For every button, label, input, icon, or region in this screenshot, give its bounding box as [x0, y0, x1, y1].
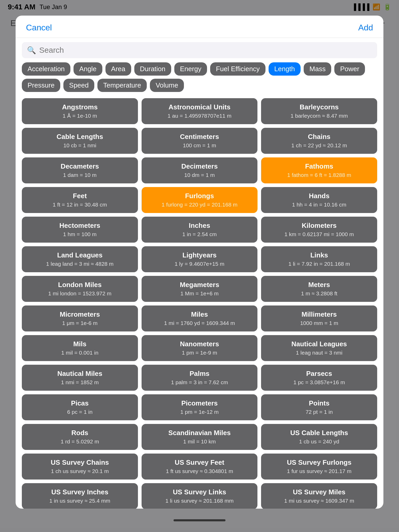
modal-header: Cancel Add: [16, 16, 383, 38]
unit-card-nanometers[interactable]: Nanometers1 pm = 1e-9 m: [142, 335, 258, 361]
filter-chip-area[interactable]: Area: [105, 62, 131, 76]
unit-desc: 1 ly = 9.4607e+15 m: [175, 260, 224, 267]
unit-card-points[interactable]: Points72 pt = 1 in: [261, 394, 377, 420]
search-bar: 🔍: [22, 42, 377, 58]
unit-card-furlongs[interactable]: Furlongs1 furlong = 220 yd = 201.168 m: [142, 187, 258, 213]
unit-card-feet[interactable]: Feet1 ft = 12 in = 30.48 cm: [22, 187, 138, 213]
unit-desc: 1 cb us = 240 yd: [299, 438, 339, 445]
filter-chip-energy[interactable]: Energy: [174, 62, 207, 76]
unit-desc: 1 palm = 3 in = 7.62 cm: [171, 379, 228, 386]
filter-chip-volume[interactable]: Volume: [150, 79, 184, 92]
unit-card-megameters[interactable]: Megameters1 Mm = 1e+6 m: [142, 276, 258, 302]
unit-card-us-survey-furlongs[interactable]: US Survey Furlongs1 fur us survey ≈ 201.…: [261, 454, 377, 480]
unit-card-hands[interactable]: Hands1 hh = 4 in = 10.16 cm: [261, 187, 377, 213]
unit-card-picas[interactable]: Picas6 pc = 1 in: [22, 394, 138, 420]
unit-card-us-cable-lengths[interactable]: US Cable Lengths1 cb us = 240 yd: [261, 424, 377, 450]
filter-chip-duration[interactable]: Duration: [134, 62, 171, 76]
unit-desc: 1 li us survey ≈ 201.168 mm: [165, 497, 234, 504]
cancel-button[interactable]: Cancel: [26, 23, 52, 32]
filter-chip-temperature[interactable]: Temperature: [97, 79, 147, 92]
unit-name: Furlongs: [185, 192, 214, 200]
unit-card-picometers[interactable]: Picometers1 pm = 1e-12 m: [142, 394, 258, 420]
filter-row: AccelerationAngleAreaDurationEnergyFuel …: [22, 62, 377, 92]
search-container: 🔍: [16, 38, 383, 62]
unit-card-decimeters[interactable]: Decimeters10 dm = 1 m: [142, 157, 258, 183]
filter-chip-fuel-efficiency[interactable]: Fuel Efficiency: [210, 62, 265, 76]
unit-card-rods[interactable]: Rods1 rd = 5.0292 m: [22, 424, 138, 450]
unit-name: Miles: [191, 310, 208, 318]
unit-card-mils[interactable]: Mils1 mil = 0.001 in: [22, 335, 138, 361]
unit-desc: 1 Mm = 1e+6 m: [180, 290, 218, 297]
unit-desc: 1 pc = 3.0857e+16 m: [293, 379, 345, 386]
unit-desc: 1 μm = 1e-6 m: [62, 320, 97, 327]
unit-card-palms[interactable]: Palms1 palm = 3 in = 7.62 cm: [142, 365, 258, 391]
unit-card-inches[interactable]: Inches1 in = 2.54 cm: [142, 217, 258, 243]
unit-name: Millimeters: [302, 310, 337, 318]
unit-name: Land Leagues: [57, 251, 103, 259]
units-grid[interactable]: Angstroms1 Å = 1e-10 mAstronomical Units…: [16, 96, 383, 509]
unit-card-us-survey-inches[interactable]: US Survey Inches1 in us survey ≈ 25.4 mm: [22, 483, 138, 509]
filter-chip-length[interactable]: Length: [269, 62, 301, 76]
unit-card-fathoms[interactable]: Fathoms1 fathom = 6 ft = 1.8288 m: [261, 157, 377, 183]
unit-card-chains[interactable]: Chains1 ch = 22 yd ≈ 20.12 m: [261, 128, 377, 154]
unit-card-astronomical-units[interactable]: Astronomical Units1 au = 1.495978707e11 …: [142, 98, 258, 124]
unit-name: Lightyears: [182, 251, 217, 259]
unit-name: Hectometers: [59, 222, 101, 230]
unit-card-nautical-leagues[interactable]: Nautical Leagues1 leag naut = 3 nmi: [261, 335, 377, 361]
unit-card-millimeters[interactable]: Millimeters1000 mm = 1 m: [261, 305, 377, 331]
unit-card-kilometers[interactable]: Kilometers1 km = 0.62137 mi = 1000 m: [261, 217, 377, 243]
category-filters: AccelerationAngleAreaDurationEnergyFuel …: [16, 62, 383, 96]
unit-name: US Survey Inches: [51, 488, 109, 496]
unit-card-us-survey-miles[interactable]: US Survey Miles1 mi us survey ≈ 1609.347…: [261, 483, 377, 509]
unit-desc: 1 mil = 10 km: [183, 438, 216, 445]
filter-chip-pressure[interactable]: Pressure: [22, 79, 60, 92]
unit-name: Megameters: [180, 281, 219, 289]
unit-card-us-survey-chains[interactable]: US Survey Chains1 ch us survey ≈ 20.1 m: [22, 454, 138, 480]
unit-name: Rods: [71, 429, 88, 437]
unit-card-miles[interactable]: Miles1 mi = 1760 yd = 1609.344 m: [142, 305, 258, 331]
unit-card-lightyears[interactable]: Lightyears1 ly = 9.4607e+15 m: [142, 246, 258, 272]
unit-card-meters[interactable]: Meters1 m ≈ 3.2808 ft: [261, 276, 377, 302]
unit-card-links[interactable]: Links1 li = 7.92 in = 201.168 m: [261, 246, 377, 272]
unit-desc: 1 pm = 1e-9 m: [182, 349, 217, 356]
filter-chip-mass[interactable]: Mass: [304, 62, 331, 76]
unit-desc: 1 fur us survey ≈ 201.17 m: [287, 468, 351, 475]
unit-desc: 1 li = 7.92 in = 201.168 m: [288, 260, 350, 267]
unit-card-hectometers[interactable]: Hectometers1 hm = 100 m: [22, 217, 138, 243]
search-input[interactable]: [39, 46, 372, 55]
unit-name: Decameters: [61, 162, 99, 170]
unit-name: US Survey Feet: [175, 458, 224, 467]
unit-name: US Survey Links: [173, 488, 226, 496]
unit-desc: 1 leag land = 3 mi ≈ 4828 m: [46, 260, 114, 267]
unit-name: Nautical Miles: [57, 370, 102, 378]
add-button[interactable]: Add: [358, 23, 373, 32]
unit-card-us-survey-links[interactable]: US Survey Links1 li us survey ≈ 201.168 …: [142, 483, 258, 509]
unit-card-parsecs[interactable]: Parsecs1 pc = 3.0857e+16 m: [261, 365, 377, 391]
unit-desc: 1 in = 2.54 cm: [182, 231, 217, 238]
unit-card-decameters[interactable]: Decameters1 dam = 10 m: [22, 157, 138, 183]
unit-card-micrometers[interactable]: Micrometers1 μm = 1e-6 m: [22, 305, 138, 331]
filter-chip-acceleration[interactable]: Acceleration: [22, 62, 70, 76]
unit-card-barleycorns[interactable]: Barleycorns1 barleycorn ≈ 8.47 mm: [261, 98, 377, 124]
unit-card-london-miles[interactable]: London Miles1 mi london = 1523.972 m: [22, 276, 138, 302]
unit-name: Nautical Leagues: [291, 340, 347, 348]
unit-name: Kilometers: [302, 222, 336, 230]
unit-card-nautical-miles[interactable]: Nautical Miles1 nmi = 1852 m: [22, 365, 138, 391]
unit-card-angstroms[interactable]: Angstroms1 Å = 1e-10 m: [22, 98, 138, 124]
unit-desc: 6 pc = 1 in: [67, 408, 92, 415]
filter-chip-power[interactable]: Power: [334, 62, 365, 76]
unit-name: US Survey Miles: [293, 488, 345, 496]
filter-chip-speed[interactable]: Speed: [63, 79, 94, 92]
unit-card-us-survey-feet[interactable]: US Survey Feet1 ft us survey ≈ 0.304801 …: [142, 454, 258, 480]
unit-card-centimeters[interactable]: Centimeters100 cm = 1 m: [142, 128, 258, 154]
unit-desc: 1 rd = 5.0292 m: [61, 438, 99, 445]
unit-card-cable-lengths[interactable]: Cable Lengths10 cb = 1 nmi: [22, 128, 138, 154]
filter-chip-angle[interactable]: Angle: [74, 62, 102, 76]
unit-name: Centimeters: [180, 133, 219, 141]
unit-card-land-leagues[interactable]: Land Leagues1 leag land = 3 mi ≈ 4828 m: [22, 246, 138, 272]
unit-name: Astronomical Units: [169, 103, 230, 111]
unit-card-scandinavian-miles[interactable]: Scandinavian Miles1 mil = 10 km: [142, 424, 258, 450]
unit-picker-modal: Cancel Add 🔍 AccelerationAngleAreaDurati…: [16, 16, 383, 509]
unit-name: Picas: [71, 399, 89, 407]
unit-desc: 1 fathom = 6 ft = 1.8288 m: [287, 171, 351, 178]
